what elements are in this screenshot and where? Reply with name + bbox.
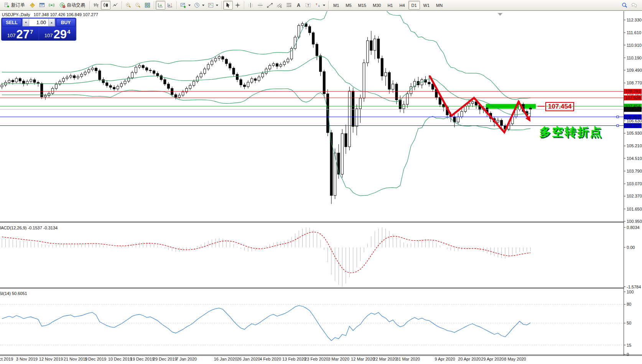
- metaeditor-button[interactable]: [28, 1, 37, 10]
- chart-title: USDJPY-,Daily107.348 107.426 106.849 107…: [2, 12, 98, 17]
- volume-decrease-button[interactable]: ▼: [23, 19, 29, 26]
- svg-text:13 Feb 2020: 13 Feb 2020: [282, 357, 306, 361]
- timeframe-m1-button[interactable]: M1: [330, 1, 342, 10]
- zoom-in-button[interactable]: [123, 1, 133, 10]
- vertical-line-button[interactable]: [246, 1, 255, 10]
- svg-text:3 Nov 2019: 3 Nov 2019: [16, 357, 38, 361]
- svg-text:0: 0: [627, 352, 629, 357]
- new-chart-button[interactable]: [178, 1, 192, 10]
- svg-text:0.8034: 0.8034: [627, 225, 640, 230]
- auto-scroll-button[interactable]: [156, 1, 165, 10]
- line-chart-icon: [112, 2, 119, 8]
- chart-window[interactable]: 112.330111.610110.910110.190109.490108.7…: [0, 11, 642, 364]
- arrows-icon: [314, 2, 321, 8]
- zoom-out-button[interactable]: [133, 1, 143, 10]
- svg-text:102.370: 102.370: [627, 194, 642, 198]
- template-icon: [207, 2, 214, 8]
- timeframe-d1-button[interactable]: D1: [408, 1, 420, 10]
- sell-price-display[interactable]: 107277: [2, 27, 38, 40]
- svg-text:108.770: 108.770: [627, 81, 642, 85]
- sell-price-prefix: 107: [7, 33, 16, 38]
- toolbar-separator: [154, 1, 154, 9]
- main-toolbar: 新订单 自动交易 E F A T: [0, 0, 642, 11]
- svg-text:1 Dec 2019: 1 Dec 2019: [85, 357, 106, 361]
- date-axis-labels: Oct 20193 Nov 201912 Nov 201921 Nov 2019…: [0, 357, 526, 361]
- toolbar-separator: [122, 1, 122, 9]
- svg-text:E: E: [280, 5, 282, 8]
- buy-price-sup: 4: [67, 28, 70, 35]
- svg-text:20 Apr 2020: 20 Apr 2020: [458, 357, 481, 361]
- cursor-icon: [225, 2, 231, 8]
- svg-text:19 Dec 2019: 19 Dec 2019: [130, 357, 154, 361]
- signals-button[interactable]: [47, 1, 56, 10]
- toolbar-separator: [244, 1, 244, 9]
- fibonacci-button[interactable]: F: [284, 1, 294, 10]
- templates-button[interactable]: [206, 1, 220, 10]
- sell-button[interactable]: SELL: [2, 18, 21, 26]
- macd-pane: 0.80340.00-1.5784: [2, 225, 641, 289]
- chart-shift-button[interactable]: [165, 1, 175, 10]
- svg-text:110.190: 110.190: [627, 56, 642, 60]
- timeframe-h4-button[interactable]: H4: [396, 1, 408, 10]
- svg-text:26 Jan 2020: 26 Jan 2020: [237, 357, 260, 361]
- terminal-button[interactable]: [37, 1, 47, 10]
- crosshair-icon: [235, 2, 241, 8]
- svg-text:31 Mar 2020: 31 Mar 2020: [396, 357, 420, 361]
- svg-text:23 Feb 2020: 23 Feb 2020: [305, 357, 328, 361]
- new-order-button[interactable]: 新订单: [1, 1, 28, 10]
- crosshair-button[interactable]: [233, 1, 242, 10]
- chart-canvas[interactable]: 112.330111.610110.910110.190109.490108.7…: [0, 11, 642, 364]
- search-button[interactable]: [620, 1, 629, 10]
- clock-icon: [194, 2, 200, 8]
- volume-increase-button[interactable]: ▲: [48, 19, 55, 26]
- toolbar-separator: [221, 1, 222, 9]
- tile-windows-button[interactable]: [143, 1, 152, 10]
- svg-text:F: F: [290, 4, 291, 7]
- svg-text:T: T: [307, 3, 309, 7]
- volume-input[interactable]: [29, 19, 48, 26]
- horizontal-line-icon: [257, 2, 263, 8]
- line-chart-button[interactable]: [110, 1, 120, 10]
- cursor-button[interactable]: [223, 1, 233, 10]
- label-tool-button[interactable]: T: [303, 1, 313, 10]
- horizontal-line-button[interactable]: [255, 1, 265, 10]
- text-tool-button[interactable]: A: [294, 1, 303, 10]
- sell-price-sup: 7: [30, 28, 33, 35]
- timeframe-w1-button[interactable]: W1: [420, 1, 433, 10]
- svg-text:103.070: 103.070: [627, 181, 642, 186]
- svg-text:108.293: 108.293: [625, 89, 640, 94]
- text-label-icon: T: [305, 2, 311, 8]
- timeframe-m30-button[interactable]: M30: [370, 1, 384, 10]
- svg-text:105.930: 105.930: [627, 131, 642, 135]
- one-click-trading-panel: SELL ▼ ▲ BUY 107277 107294: [1, 18, 76, 41]
- svg-text:9 Apr 2020: 9 Apr 2020: [435, 357, 455, 361]
- autotrading-label: 自动交易: [67, 2, 85, 8]
- macd-indicator-label: MACD(12,26,9) -0.1537 -0.3134: [0, 226, 58, 230]
- chevron-down-icon: [188, 5, 191, 6]
- chart-ohlc-values: 107.348 107.426 106.849 107.277: [34, 12, 98, 17]
- chart-symbol-period: USDJPY-,Daily: [2, 12, 30, 17]
- timeframe-mn-button[interactable]: MN: [433, 1, 446, 10]
- timeframe-m5-button[interactable]: M5: [342, 1, 354, 10]
- trendline-button[interactable]: [265, 1, 275, 10]
- autotrading-button[interactable]: 自动交易: [56, 1, 88, 10]
- periods-button[interactable]: [192, 1, 206, 10]
- candlestick-chart-button[interactable]: [101, 1, 110, 10]
- tile-windows-icon: [145, 2, 151, 8]
- turning-point-annotation: 多空转折点: [539, 124, 602, 140]
- chat-button[interactable]: [629, 1, 639, 10]
- svg-text:21 Nov 2019: 21 Nov 2019: [64, 357, 87, 361]
- svg-text:Oct 2019: Oct 2019: [0, 357, 13, 361]
- price-axis-labels: 112.330111.610110.910110.190109.490108.7…: [624, 18, 642, 224]
- svg-text:0.00: 0.00: [627, 245, 635, 250]
- svg-text:15: 15: [627, 343, 631, 348]
- equidistant-channel-icon: E: [277, 2, 283, 8]
- arrows-tool-button[interactable]: [313, 1, 327, 10]
- bar-chart-button[interactable]: [91, 1, 101, 10]
- timeframe-h1-button[interactable]: H1: [384, 1, 396, 10]
- rsi-indicator-label: RSI(14) 50.6051: [0, 291, 27, 296]
- timeframe-m15-button[interactable]: M15: [355, 1, 369, 10]
- channel-button[interactable]: E: [275, 1, 284, 10]
- buy-price-display[interactable]: 107294: [39, 27, 76, 40]
- buy-button[interactable]: BUY: [56, 18, 76, 26]
